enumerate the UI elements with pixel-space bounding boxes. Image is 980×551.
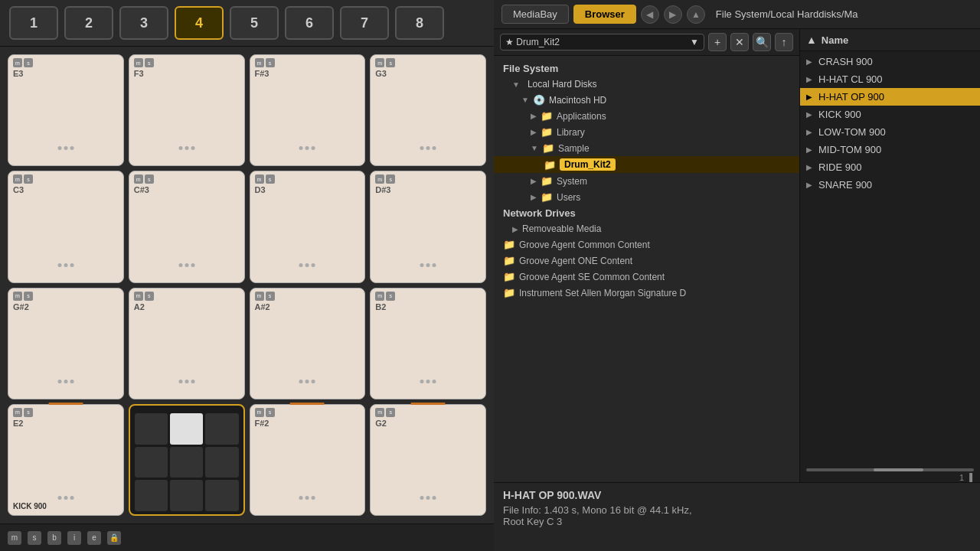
pad-12[interactable]: ms E2 KICK 900 [8,404,124,516]
pad-8[interactable]: ms G#2 [8,288,124,399]
pad-13[interactable]: H-H [129,404,245,516]
num-tab-4[interactable]: 4 [175,6,224,40]
pad-4[interactable]: ms C3 [8,171,124,282]
preset-add-button[interactable]: + [708,33,727,51]
pad-icons-15: ms [375,408,395,417]
dot-3 [312,146,315,150]
pad-icons-10: ms [255,292,275,301]
bottom-icon-e[interactable]: e [87,531,101,545]
pad-icon-m-3: m [375,58,384,67]
pad-0[interactable]: ms E3 [8,54,124,166]
pad-3[interactable]: ms G3 [370,54,486,166]
file-row-hhat-op[interactable]: ▶ H-HAT OP 900 [800,88,980,106]
pad-6[interactable]: ms D3 [250,171,366,282]
tree-drum-kit2[interactable]: 📁 Drum_Kit2 [494,156,799,173]
tree-system[interactable]: ▶ 📁 System [494,173,799,189]
preset-bar: ★ Drum_Kit2 ▼ + ✕ 🔍 ↑ [494,29,799,56]
preset-search-button[interactable]: 🔍 [753,33,771,51]
dot-2 [185,263,188,267]
pad-dots-6 [299,263,315,267]
tree-library[interactable]: ▶ 📁 Library [494,124,799,140]
mediabay-button[interactable]: MediaBay [501,5,569,24]
inner-cell-2 [170,413,203,445]
file-list-header: ▲ Name [800,29,980,51]
inner-cell-8 [170,480,203,511]
bottom-icon-s[interactable]: s [28,531,41,545]
nav-back-button[interactable]: ◀ [641,5,659,24]
pad-note-10: A#2 [255,302,270,311]
nav-up-button[interactable]: ▲ [687,5,705,24]
dot-2 [305,496,309,500]
inner-cell-1 [135,413,168,445]
tree-instrument-set[interactable]: 📁 Instrument Set Allen Morgan Signature … [494,285,799,301]
tree-file-system-label: File System [494,60,799,77]
pad-note-1: F3 [134,69,144,78]
pad-icon-m-12: m [13,408,22,417]
num-tab-8[interactable]: 8 [395,6,444,40]
dot-3 [433,146,436,150]
tree-users[interactable]: ▶ 📁 Users [494,189,799,205]
browser-button[interactable]: Browser [573,5,636,24]
num-tab-6[interactable]: 6 [285,6,334,40]
preset-up-button[interactable]: ↑ [775,33,793,51]
preset-close-button[interactable]: ✕ [730,33,749,51]
pad-11[interactable]: ms B2 [370,288,486,399]
pad-7[interactable]: ms D#3 [370,171,486,282]
pad-1[interactable]: ms F3 [129,54,245,166]
dot-1 [57,380,61,383]
tree-applications[interactable]: ▶ 📁 Applications [494,108,799,124]
pad-icon-m-6: m [255,174,264,184]
info-detail-2: Root Key C 3 [503,516,971,527]
file-row-low-tom[interactable]: ▶ LOW-TOM 900 [800,123,980,141]
num-tab-1[interactable]: 1 [9,6,58,40]
file-row-ride[interactable]: ▶ RIDE 900 [800,158,980,176]
num-tab-7[interactable]: 7 [340,6,389,40]
pad-2[interactable]: ms F#3 [250,54,366,166]
expand-arrow-removeable: ▶ [512,225,518,233]
file-row-hhat-cl[interactable]: ▶ H-HAT CL 900 [800,70,980,88]
pad-15[interactable]: ms G2 [370,404,486,516]
bottom-icon-m[interactable]: m [8,531,21,545]
pad-10[interactable]: ms A#2 [250,288,366,399]
file-row-snare[interactable]: ▶ SNARE 900 [800,176,980,194]
num-tab-2[interactable]: 2 [64,6,113,40]
tree-removeable-media[interactable]: ▶ Removeable Media [494,221,799,236]
dot-1 [178,263,182,267]
preset-selector[interactable]: ★ Drum_Kit2 ▼ [500,34,704,51]
pad-indicator-14 [290,403,325,405]
pad-5[interactable]: ms C#3 [129,171,245,282]
nav-forward-button[interactable]: ▶ [664,5,682,24]
tree-macintosh-hd[interactable]: ▼ 💿 Macintosh HD [494,92,799,108]
dot-1 [420,380,424,383]
tree-groove-common[interactable]: 📁 Groove Agent Common Content [494,236,799,253]
pad-icon-s-8: s [24,292,33,301]
num-tab-3[interactable]: 3 [119,6,168,40]
pad-dots-2 [299,146,315,150]
pad-dots-8 [57,380,74,383]
dot-1 [178,146,182,150]
tree-sample[interactable]: ▼ 📁 Sample [494,140,799,156]
file-row-crash-900[interactable]: ▶ CRASH 900 [800,53,980,70]
file-row-mid-tom[interactable]: ▶ MID-TOM 900 [800,141,980,158]
scroll-thumb[interactable] [874,468,924,471]
tree-local-hard-disks[interactable]: ▼ Local Hard Disks [494,77,799,92]
dot-3 [191,263,194,267]
scroll-indicator [806,468,974,471]
bottom-icon-i[interactable]: i [67,531,81,545]
file-name-hhat-cl: H-HAT CL 900 [818,73,883,85]
col-name-header[interactable]: Name [822,34,848,46]
dot-3 [312,496,315,500]
pad-9[interactable]: ms A2 [129,288,245,399]
preset-selected-value: ★ Drum_Kit2 [505,37,560,47]
tree-groove-one[interactable]: 📁 Groove Agent ONE Content [494,253,799,269]
num-tab-5[interactable]: 5 [230,6,279,40]
dot-1 [57,263,61,267]
bottom-icon-b[interactable]: b [47,531,61,545]
bottom-icon-lock[interactable]: 🔒 [107,531,121,545]
pad-dots-7 [420,263,436,267]
tree-groove-se[interactable]: 📁 Groove Agent SE Common Content [494,269,799,285]
pad-14[interactable]: ms F#2 [250,404,366,516]
file-row-kick[interactable]: ▶ KICK 900 [800,106,980,123]
pad-indicator-12 [48,403,83,405]
dot-3 [70,380,74,383]
